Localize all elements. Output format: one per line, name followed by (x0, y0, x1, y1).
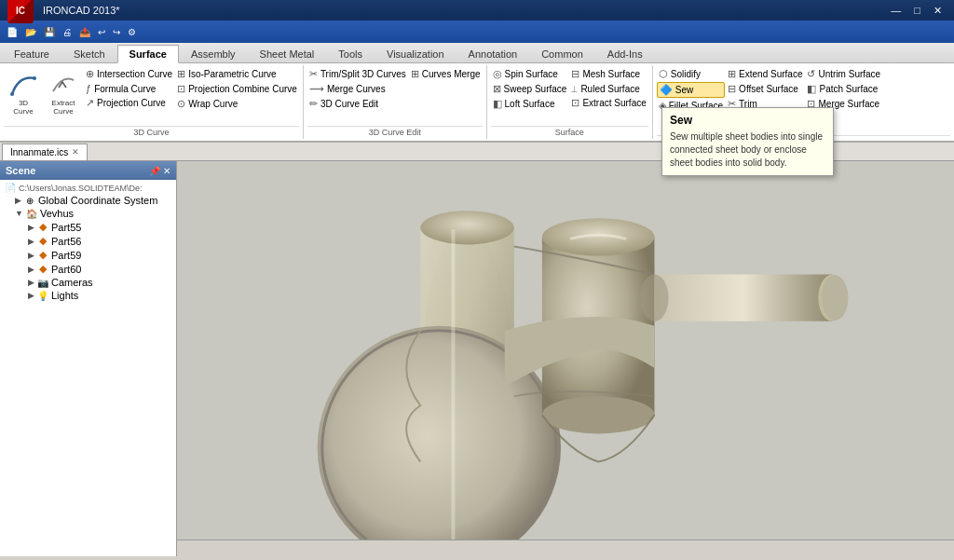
tab-assembly[interactable]: Assembly (179, 44, 248, 62)
export-button[interactable]: 📤 (76, 25, 93, 39)
curves-merge-icon: ⊞ (411, 68, 419, 80)
untrim-surface-icon: ↺ (807, 68, 815, 80)
svg-point-4 (420, 211, 513, 244)
merge-curves-icon: ⟿ (309, 83, 324, 95)
loft-surface-label: Loft Surface (505, 99, 555, 109)
tab-surface[interactable]: Surface (117, 45, 179, 63)
ribbon-btn-projection-combine[interactable]: ⊡ Projection Combine Curve (175, 82, 299, 96)
scene-header: Scene 📌 ✕ (0, 161, 176, 180)
undo-button[interactable]: ↩ (95, 25, 108, 39)
maximize-button[interactable]: □ (909, 4, 925, 18)
part59-icon: ◆ (36, 249, 49, 261)
ribbon-btn-sweep-surface[interactable]: ⊠ Sweep Surface (491, 82, 569, 96)
viewport[interactable] (177, 161, 954, 556)
patch-surface-icon: ◧ (807, 83, 816, 95)
scene-item-gcs[interactable]: ▶ ⊕ Global Coordinate System (2, 194, 174, 207)
svg-point-10 (542, 396, 655, 433)
ruled-surface-icon: ⟂ (571, 83, 578, 94)
scene-item-part59[interactable]: ▶ ◆ Part59 (2, 248, 174, 262)
minimize-button[interactable]: — (886, 4, 906, 18)
lights-expand-icon: ▶ (28, 291, 34, 300)
print-button[interactable]: 🖨 (60, 25, 75, 39)
scene-item-part60[interactable]: ▶ ◆ Part60 (2, 262, 174, 276)
solidify-icon: ⬡ (659, 68, 668, 80)
ribbon-btn-solidify[interactable]: ⬡ Solidify (657, 67, 725, 81)
open-button[interactable]: 📂 (22, 25, 39, 39)
ribbon-btn-curves-merge[interactable]: ⊞ Curves Merge (409, 67, 483, 81)
ribbon-btn-3dcurve[interactable]: 3DCurve (4, 67, 43, 119)
ribbon-btn-extract-surface[interactable]: ⊡ Extract Surface (569, 96, 647, 110)
scene-item-lights[interactable]: ▶ 💡 Lights (2, 289, 174, 302)
ribbon-btn-intersection-curve[interactable]: ⊕ Intersection Curve (84, 67, 174, 81)
scene-item-part56[interactable]: ▶ ◆ Part56 (2, 234, 174, 248)
model-svg (177, 161, 954, 556)
3dcurve-label: 3DCurve (13, 100, 33, 116)
offset-surface-icon: ⊟ (728, 83, 736, 95)
scene-item-cameras[interactable]: ▶ 📷 Cameras (2, 276, 174, 289)
ribbon-btn-spin-surface[interactable]: ◎ Spin Surface (491, 67, 569, 81)
tab-common[interactable]: Common (529, 44, 595, 62)
part55-icon: ◆ (36, 221, 49, 233)
ribbon-btn-trim-split[interactable]: ✂ Trim/Split 3D Curves (307, 67, 408, 81)
model-container (177, 161, 954, 556)
redo-button[interactable]: ↪ (110, 25, 123, 39)
ribbon-btn-offset-surface[interactable]: ⊟ Offset Surface (726, 82, 804, 96)
tab-sketch[interactable]: Sketch (61, 44, 117, 62)
scene-item-part55[interactable]: ▶ ◆ Part55 (2, 220, 174, 234)
ribbon-btn-patch-surface[interactable]: ◧ Patch Surface (805, 82, 882, 96)
tab-annotation[interactable]: Annotation (457, 44, 530, 62)
tooltip-body: Sew multiple sheet bodies into single co… (670, 130, 825, 170)
scene-item-part55-label: Part55 (51, 222, 81, 233)
tab-feature[interactable]: Feature (2, 44, 61, 62)
ribbon-col-3dcurve-small: ⊕ Intersection Curve ƒ Formula Curve ↗ P… (84, 67, 174, 110)
ribbon-btn-iso-parametric[interactable]: ⊞ Iso-Parametric Curve (175, 67, 299, 81)
ribbon-group-3dcurve-edit: ✂ Trim/Split 3D Curves ⟿ Merge Curves ✏ … (304, 65, 487, 139)
main-area: Scene 📌 ✕ 📄 C:\Users\Jonas.SOLIDTEAM\De:… (0, 161, 954, 556)
part60-icon: ◆ (36, 263, 49, 275)
tab-visualization[interactable]: Visualization (375, 44, 457, 62)
ribbon-btn-mesh-surface[interactable]: ⊟ Mesh Surface (569, 67, 647, 81)
scene-title: Scene (6, 165, 35, 176)
scene-close-button[interactable]: ✕ (163, 166, 170, 176)
tab-tools[interactable]: Tools (326, 44, 375, 62)
ribbon-btn-extend-surface[interactable]: ⊞ Extend Surface (726, 67, 804, 81)
title-bar-controls[interactable]: — □ ✕ (886, 4, 947, 18)
ruled-surface-label: Ruled Surface (580, 84, 639, 94)
ribbon-btn-formula-curve[interactable]: ƒ Formula Curve (84, 82, 174, 95)
ribbon-btn-extract-curve[interactable]: ExtractCurve (44, 67, 83, 119)
projection-curve-label: Projection Curve (97, 98, 166, 108)
tab-sheet-metal[interactable]: Sheet Metal (248, 44, 327, 62)
3dcurve-edit-label: 3D Curve Edit (320, 99, 378, 109)
ribbon-btn-wrap-curve[interactable]: ⊙ Wrap Curve (175, 97, 299, 111)
ribbon-btn-loft-surface[interactable]: ◧ Loft Surface (491, 97, 569, 111)
spin-surface-label: Spin Surface (505, 69, 558, 79)
ribbon-col-3dcurve-edit: ✂ Trim/Split 3D Curves ⟿ Merge Curves ✏ … (307, 67, 408, 111)
scene-item-gcs-label: Global Coordinate System (38, 195, 157, 206)
part56-expand-icon: ▶ (28, 237, 34, 246)
close-button[interactable]: ✕ (929, 4, 947, 18)
vevhus-expand-icon: ▼ (15, 209, 23, 218)
scene-pin-button[interactable]: 📌 (149, 166, 160, 176)
extend-surface-label: Extend Surface (739, 69, 802, 79)
iso-parametric-label: Iso-Parametric Curve (188, 69, 276, 79)
mesh-surface-label: Mesh Surface (582, 69, 640, 79)
ribbon-btn-projection-curve[interactable]: ↗ Projection Curve (84, 96, 174, 110)
part55-expand-icon: ▶ (28, 223, 34, 232)
lights-icon: 💡 (36, 291, 49, 301)
settings-button[interactable]: ⚙ (125, 25, 139, 39)
save-button[interactable]: 💾 (41, 25, 58, 39)
scene-item-vevhus-label: Vevhus (40, 208, 74, 219)
ribbon-btn-merge-curves[interactable]: ⟿ Merge Curves (307, 82, 408, 96)
ribbon-group-items-3dcurve: 3DCurve ExtractCurve ⊕ Intersection Curv… (4, 67, 299, 126)
ribbon-btn-3dcurve-edit[interactable]: ✏ 3D Curve Edit (307, 97, 408, 111)
tab-addins[interactable]: Add-Ins (595, 44, 655, 62)
new-button[interactable]: 📄 (4, 25, 20, 39)
doc-tab-main[interactable]: Innanmate.ics ✕ (2, 143, 88, 160)
doc-tab-close[interactable]: ✕ (72, 147, 79, 157)
ribbon-btn-sew[interactable]: 🔷 Sew (657, 82, 725, 98)
ribbon-btn-untrim-surface[interactable]: ↺ Untrim Surface (805, 67, 882, 81)
scene-item-vevhus[interactable]: ▼ 🏠 Vevhus (2, 207, 174, 220)
tooltip-title: Sew (670, 114, 825, 127)
ribbon-btn-ruled-surface[interactable]: ⟂ Ruled Surface (569, 82, 647, 95)
extend-surface-icon: ⊞ (728, 68, 736, 80)
